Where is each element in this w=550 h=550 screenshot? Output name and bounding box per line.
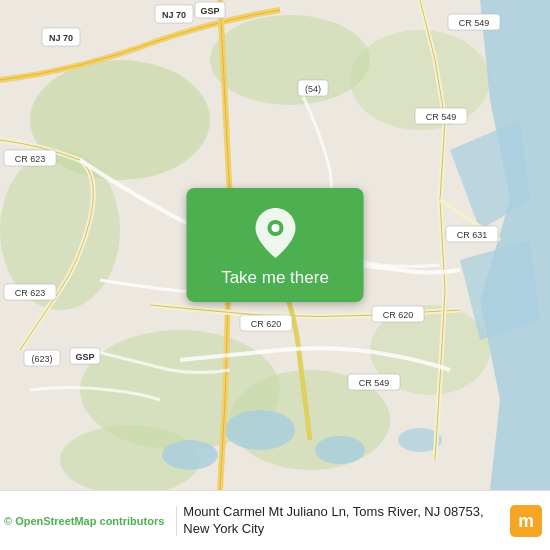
svg-text:NJ 70: NJ 70 (49, 33, 73, 43)
location-pin-icon (253, 206, 297, 260)
svg-text:CR 623: CR 623 (15, 288, 46, 298)
svg-point-11 (315, 436, 365, 464)
svg-text:CR 623: CR 623 (15, 154, 46, 164)
svg-text:NJ 70: NJ 70 (162, 10, 186, 20)
osm-attribution: © OpenStreetMap contributors (4, 515, 164, 527)
bottom-bar: © OpenStreetMap contributors Mount Carme… (0, 490, 550, 550)
svg-point-10 (162, 440, 218, 470)
map-container: NJ 70 NJ 70 GSP GSP CR 549 CR 549 CR 549… (0, 0, 550, 490)
moovit-logo-svg: m (510, 505, 542, 537)
moovit-logo: m (510, 505, 542, 537)
svg-text:GSP: GSP (200, 6, 219, 16)
svg-point-3 (210, 15, 370, 105)
take-me-there-button[interactable]: Take me there (187, 188, 364, 302)
svg-text:(54): (54) (305, 84, 321, 94)
svg-text:CR 549: CR 549 (359, 378, 390, 388)
location-text: Mount Carmel Mt Juliano Ln, Toms River, … (183, 504, 504, 538)
svg-text:CR 549: CR 549 (426, 112, 457, 122)
take-me-there-label: Take me there (221, 268, 329, 288)
svg-text:CR 620: CR 620 (383, 310, 414, 320)
svg-text:m: m (518, 511, 534, 531)
svg-text:CR 620: CR 620 (251, 319, 282, 329)
svg-text:CR 549: CR 549 (459, 18, 490, 28)
svg-text:(623): (623) (31, 354, 52, 364)
svg-point-9 (225, 410, 295, 450)
svg-text:CR 631: CR 631 (457, 230, 488, 240)
svg-text:GSP: GSP (75, 352, 94, 362)
svg-point-42 (271, 224, 279, 232)
